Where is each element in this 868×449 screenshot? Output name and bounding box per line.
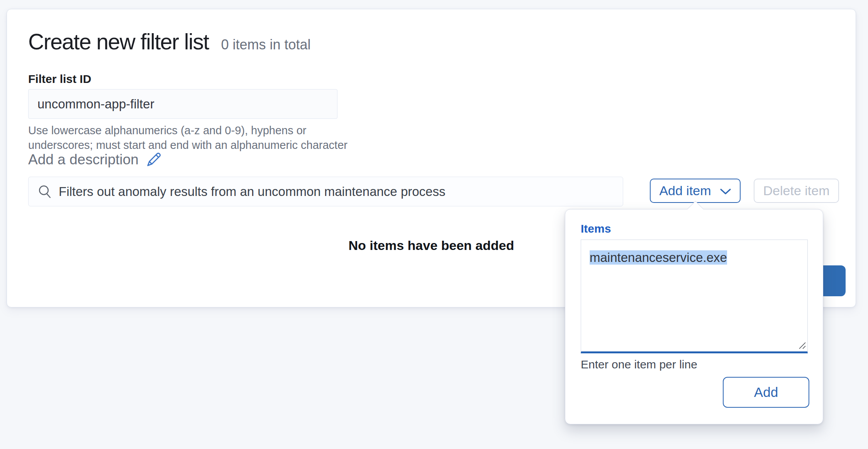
items-textarea[interactable]: maintenanceservice.exe <box>581 240 808 353</box>
items-label: Items <box>581 222 611 235</box>
delete-item-button[interactable]: Delete item <box>754 179 839 203</box>
pencil-icon[interactable] <box>146 152 161 167</box>
add-item-button[interactable]: Add item <box>650 179 741 203</box>
items-help-text: Enter one item per line <box>581 358 697 371</box>
delete-item-button-label: Delete item <box>763 183 830 198</box>
page-header: Create new filter list 0 items in total <box>28 29 311 54</box>
items-textarea-selected-text: maintenanceservice.exe <box>590 250 727 265</box>
description-search-bar <box>28 177 623 206</box>
add-button[interactable]: Add <box>723 377 809 408</box>
page-title: Create new filter list <box>28 29 209 54</box>
item-count-badge: 0 items in total <box>221 37 311 53</box>
add-description-link[interactable]: Add a description <box>28 152 161 168</box>
filter-list-id-label: Filter list ID <box>28 73 91 86</box>
add-description-label[interactable]: Add a description <box>28 152 139 168</box>
add-button-label: Add <box>754 385 778 400</box>
filter-list-id-help: Use lowercase alphanumerics (a-z and 0-9… <box>28 123 368 152</box>
chevron-down-icon <box>720 188 731 195</box>
resize-handle-icon[interactable] <box>796 339 806 349</box>
add-item-button-label: Add item <box>659 183 711 198</box>
description-search-input[interactable] <box>53 177 623 206</box>
search-icon <box>37 184 53 199</box>
add-item-popover: Items maintenanceservice.exe Enter one i… <box>565 209 823 424</box>
filter-list-id-input[interactable] <box>28 89 337 119</box>
